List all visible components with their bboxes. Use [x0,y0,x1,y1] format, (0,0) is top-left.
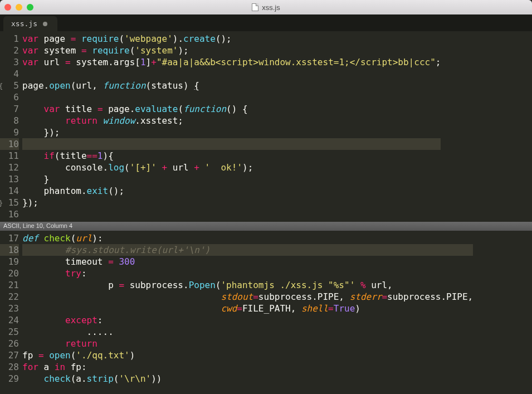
code-line[interactable]: check(a.strip('\r\n')) [22,373,473,385]
document-icon [252,3,258,11]
fold-icon[interactable]: } [0,198,3,210]
code-line[interactable]: except: [22,314,473,326]
code-line[interactable]: for a in fp: [22,361,473,373]
line-number: 7 [0,103,19,115]
code-line[interactable]: }); [22,127,441,138]
line-number: 27 [0,349,19,361]
line-number: 6 [0,91,19,103]
code-line[interactable] [22,208,441,220]
code-line[interactable]: timeout = 300 [22,256,473,267]
tab-dirty-indicator-icon [43,22,47,26]
code-line[interactable]: } [22,173,441,185]
code-line[interactable]: console.log('[+]' + url + ' ok!'); [22,162,441,173]
line-number: 23 [0,303,19,314]
code-line[interactable]: if(title==1){ [22,150,441,162]
line-number: 13 [0,173,19,185]
line-number: 4 [0,68,19,80]
status-text: ASCII, Line 10, Column 4 [3,222,72,229]
line-number: 28 [0,361,19,373]
line-number: 20 [0,267,19,279]
line-number: 16 [0,208,19,220]
code-area-1[interactable]: 12345{6789101112131415}16 var page = req… [0,31,532,222]
code-line[interactable]: def check(url): [22,232,473,244]
code-line[interactable] [22,68,441,80]
line-number: 3 [0,56,19,68]
line-number: 22 [0,291,19,303]
code-line[interactable]: p = subprocess.Popen('phantomjs ./xss.js… [22,279,473,291]
line-number: 17 [0,232,19,244]
code-line[interactable]: var url = system.args[1]+"#aa|a|a&&b<scr… [22,56,441,68]
line-number: 15} [0,197,19,208]
code-line[interactable]: return [22,338,473,349]
editor-pane-1: 12345{6789101112131415}16 var page = req… [0,31,532,222]
code-line[interactable]: var page = require('webpage').create(); [22,33,441,45]
code-line[interactable]: page.open(url, function(status) { [22,80,441,91]
code-line[interactable] [22,138,441,150]
line-number: 25 [0,326,19,338]
window-title: xss.js [0,3,532,12]
code-content[interactable]: var page = require('webpage').create();v… [22,31,441,222]
line-number: 11 [0,150,19,162]
line-number: 21 [0,279,19,291]
code-line[interactable]: ..... [22,326,473,338]
code-line[interactable]: try: [22,267,473,279]
line-number: 14 [0,185,19,197]
line-number-gutter: 17181920212223242526272829 [0,231,22,386]
code-line[interactable]: var system = require('system'); [22,45,441,56]
line-number: 18 [0,244,19,256]
code-content[interactable]: def check(url): #sys.stdout.write(url+'\… [22,231,473,386]
window-title-text: xss.js [262,3,280,12]
code-line[interactable]: fp = open('./qq.txt') [22,349,473,361]
line-number: 2 [0,45,19,56]
code-area-2[interactable]: 17181920212223242526272829 def check(url… [0,231,532,386]
editor-pane-2: 17181920212223242526272829 def check(url… [0,231,532,386]
tab-xss-js[interactable]: xss.js [3,16,57,31]
code-line[interactable]: stdout=subprocess.PIPE, stderr=subproces… [22,291,473,303]
code-line[interactable]: return window.xsstest; [22,115,441,127]
line-number: 9 [0,127,19,138]
window-titlebar: xss.js [0,0,532,14]
line-number: 12 [0,162,19,173]
status-bar: ASCII, Line 10, Column 4 [0,222,532,231]
line-number-gutter: 12345{6789101112131415}16 [0,31,22,222]
line-number: 24 [0,314,19,326]
line-number: 5{ [0,80,19,91]
code-line[interactable]: cwd=FILE_PATH, shell=True) [22,303,473,314]
line-number: 8 [0,115,19,127]
line-number: 1 [0,33,19,45]
line-number: 19 [0,256,19,267]
code-line[interactable]: var title = page.evaluate(function() { [22,103,441,115]
tab-label: xss.js [11,20,37,28]
line-number: 10 [0,138,19,150]
line-number: 29 [0,373,19,385]
code-line[interactable]: #sys.stdout.write(url+'\n') [22,244,473,256]
line-number: 26 [0,338,19,349]
code-line[interactable]: phantom.exit(); [22,185,441,197]
code-line[interactable]: }); [22,197,441,208]
tab-bar: xss.js [0,14,532,31]
fold-icon[interactable]: { [0,81,3,93]
code-line[interactable] [22,91,441,103]
